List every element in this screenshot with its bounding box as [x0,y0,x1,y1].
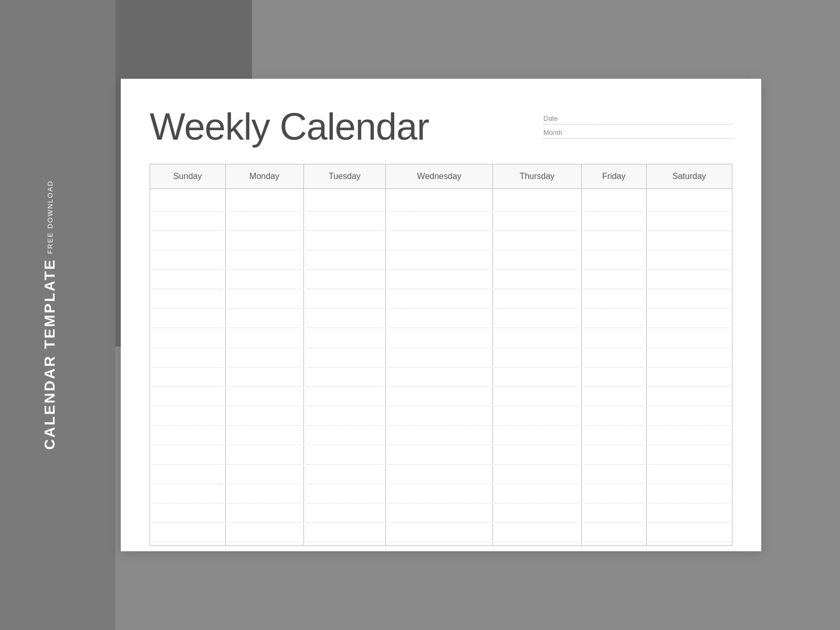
meta-fields: Date Month [543,105,732,139]
cell-lines-wednesday [388,192,490,542]
col-saturday: Saturday [646,164,732,189]
cell-friday[interactable] [581,189,646,546]
cell-lines-thursday [495,192,579,542]
cell-wednesday[interactable] [386,189,493,546]
cell-thursday[interactable] [493,189,582,546]
calendar-header-row: Sunday Monday Tuesday Wednesday Thursday… [150,164,732,189]
col-thursday: Thursday [493,164,582,189]
main-card: Weekly Calendar Date Month Sunday Monday… [121,79,761,551]
calendar-table: Sunday Monday Tuesday Wednesday Thursday… [150,164,732,546]
cell-lines-saturday [649,192,730,542]
cell-lines-tuesday [306,192,384,542]
cell-sunday[interactable] [150,189,226,546]
col-wednesday: Wednesday [386,164,493,189]
month-field-row: Month [543,129,732,139]
cell-saturday[interactable] [646,189,732,546]
col-monday: Monday [225,164,303,189]
cell-lines-monday [228,192,301,542]
col-tuesday: Tuesday [303,164,386,189]
card-header: Weekly Calendar Date Month [150,105,732,148]
cell-monday[interactable] [225,189,303,546]
calendar-body-row [150,189,732,546]
date-line [543,123,732,124]
date-label: Date [543,114,732,122]
month-line [543,138,732,139]
sidebar: FREE DOWNLOAD CALENDAR TEMPLATE [0,0,100,630]
page-title: Weekly Calendar [150,105,543,148]
month-label: Month [543,129,732,136]
sidebar-free-download-label: FREE DOWNLOAD [46,180,54,254]
col-friday: Friday [581,164,646,189]
col-sunday: Sunday [150,164,226,189]
sidebar-calendar-template-label: CALENDAR TEMPLATE [41,258,58,450]
date-field-row: Date [543,114,732,124]
cell-lines-friday [584,192,644,542]
cell-tuesday[interactable] [303,189,386,546]
cell-lines-sunday [152,192,223,542]
